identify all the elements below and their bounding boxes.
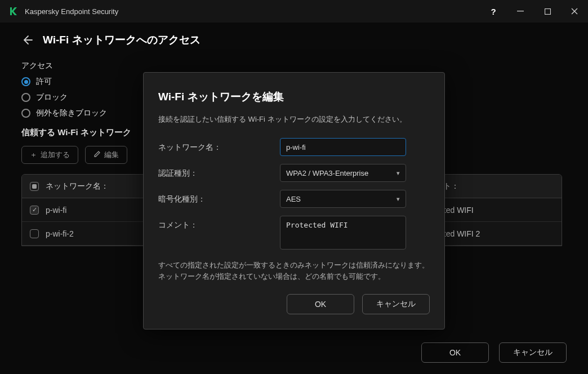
comment-input[interactable] [280, 216, 406, 250]
radio-block-label: ブロック [36, 92, 68, 103]
label-auth-type: 認証種別： [158, 164, 280, 179]
header-checkbox[interactable] [30, 182, 39, 191]
radio-icon [21, 109, 30, 118]
cell-comment: ected WIFI [435, 206, 562, 215]
edit-button[interactable]: 編集 [85, 146, 127, 164]
footer: OK キャンセル [421, 342, 567, 363]
column-comment[interactable]: ント： [435, 181, 562, 192]
titlebar: Kaspersky Endpoint Security ? [0, 0, 588, 23]
minimize-button[interactable] [507, 0, 534, 23]
dialog-title: Wi-Fi ネットワークを編集 [158, 90, 430, 104]
radio-block-except-label: 例外を除きブロック [36, 108, 107, 118]
radio-icon [21, 77, 30, 86]
auth-type-select[interactable]: WPA2 / WPA3-Enterprise ▾ [280, 164, 406, 182]
pencil-icon [93, 150, 101, 159]
label-comment: コメント： [158, 216, 280, 230]
access-section-label: アクセス [21, 61, 567, 71]
row-checkbox[interactable] [30, 229, 39, 238]
close-button[interactable] [561, 0, 588, 23]
kaspersky-logo-icon [8, 6, 18, 16]
page-title: Wi-Fi ネットワークへのアクセス [43, 33, 201, 47]
add-button[interactable]: ＋ 追加する [21, 146, 78, 164]
column-name[interactable]: ネットワーク名： [46, 181, 109, 192]
dialog-ok-button[interactable]: OK [287, 294, 354, 314]
add-button-label: 追加する [41, 150, 70, 160]
app-title: Kaspersky Endpoint Security [25, 7, 118, 16]
encryption-type-value: AES [286, 195, 301, 203]
cell-name: p-wi-fi-2 [46, 229, 74, 238]
help-button[interactable]: ? [480, 0, 507, 23]
cell-name: p-wi-fi [46, 206, 66, 215]
cancel-button[interactable]: キャンセル [499, 342, 567, 363]
chevron-down-icon: ▾ [397, 170, 400, 177]
svg-rect-0 [517, 11, 524, 11]
chevron-down-icon: ▾ [397, 195, 400, 203]
edit-button-label: 編集 [104, 150, 119, 160]
network-name-input[interactable] [280, 138, 406, 156]
ok-button[interactable]: OK [421, 342, 489, 363]
encryption-type-select[interactable]: AES ▾ [280, 190, 406, 208]
cell-comment: ected WIFI 2 [435, 229, 562, 238]
maximize-button[interactable] [534, 0, 561, 23]
radio-allow-label: 許可 [36, 77, 52, 87]
svg-rect-1 [545, 8, 550, 14]
auth-type-value: WPA2 / WPA3-Enterprise [286, 169, 368, 177]
label-encryption-type: 暗号化種別： [158, 190, 280, 204]
back-button[interactable] [21, 34, 33, 46]
radio-icon [21, 93, 30, 102]
edit-wifi-dialog: Wi-Fi ネットワークを編集 接続を認証したい信頼する Wi-Fi ネットワー… [143, 72, 445, 330]
label-network-name: ネットワーク名： [158, 138, 280, 153]
row-checkbox[interactable] [30, 206, 39, 215]
dialog-subtitle: 接続を認証したい信頼する Wi-Fi ネットワークの設定を入力してください。 [158, 114, 430, 124]
dialog-cancel-button[interactable]: キャンセル [362, 294, 430, 314]
plus-icon: ＋ [30, 150, 37, 160]
dialog-note: すべての指定された設定が一致するときのみネットワークは信頼済みになります。ネット… [158, 260, 430, 282]
